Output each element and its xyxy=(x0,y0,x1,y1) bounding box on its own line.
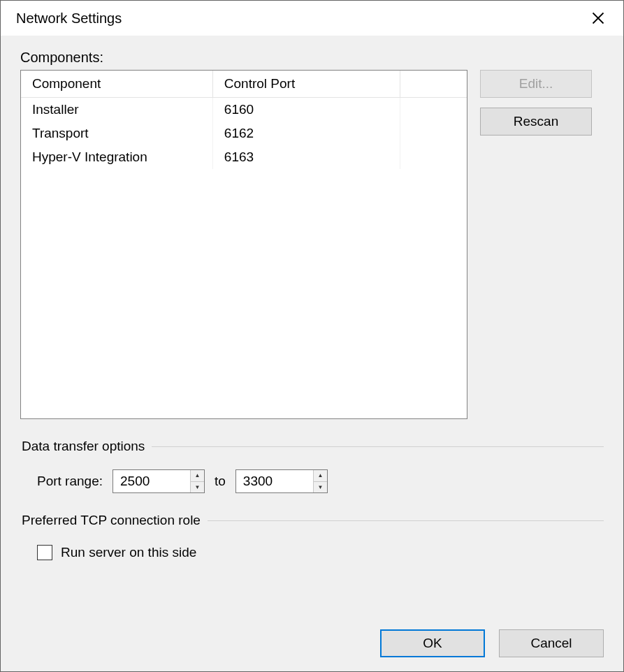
network-settings-dialog: Network Settings Components: Component C… xyxy=(0,0,624,672)
cell-component: Installer xyxy=(21,98,212,122)
spinner-up-icon[interactable]: ▲ xyxy=(314,470,327,481)
dialog-footer: OK Cancel xyxy=(20,613,604,657)
dialog-title: Network Settings xyxy=(16,10,122,27)
cell-component: Hyper-V Integration xyxy=(21,145,212,169)
components-table[interactable]: Component Control Port Installer6160Tran… xyxy=(20,70,467,419)
dialog-content: Components: Component Control Port Insta… xyxy=(1,36,623,671)
cell-port: 6162 xyxy=(212,122,400,145)
table-row[interactable]: Transport6162 xyxy=(21,122,467,145)
tcp-role-fieldset: Preferred TCP connection role Run server… xyxy=(20,513,604,560)
cell-port: 6160 xyxy=(212,98,400,122)
port-range-to-input[interactable] xyxy=(236,470,313,492)
close-icon xyxy=(592,12,604,24)
components-label: Components: xyxy=(20,50,604,66)
spinner-arrows: ▲ ▼ xyxy=(313,470,327,492)
run-server-label: Run server on this side xyxy=(61,545,196,560)
cell-port: 6163 xyxy=(212,145,400,169)
port-range-row: Port range: ▲ ▼ to ▲ ▼ xyxy=(20,469,604,493)
port-range-from-input[interactable] xyxy=(113,470,190,492)
edit-button[interactable]: Edit... xyxy=(480,70,592,98)
run-server-row: Run server on this side xyxy=(20,545,604,560)
spinner-down-icon[interactable]: ▼ xyxy=(314,481,327,493)
components-row: Component Control Port Installer6160Tran… xyxy=(20,70,604,419)
column-header-component[interactable]: Component xyxy=(21,71,212,98)
side-buttons: Edit... Rescan xyxy=(480,70,592,136)
table-row[interactable]: Hyper-V Integration6163 xyxy=(21,145,467,169)
port-range-label: Port range: xyxy=(37,474,103,489)
cancel-button[interactable]: Cancel xyxy=(499,629,604,657)
cell-blank xyxy=(400,98,467,122)
cell-blank xyxy=(400,145,467,169)
spinner-up-icon[interactable]: ▲ xyxy=(191,470,204,481)
port-range-to-label: to xyxy=(215,474,226,489)
rescan-button[interactable]: Rescan xyxy=(480,108,592,136)
titlebar: Network Settings xyxy=(1,1,623,36)
ok-button[interactable]: OK xyxy=(380,629,485,657)
port-range-from-spinner[interactable]: ▲ ▼ xyxy=(113,469,205,493)
cell-component: Transport xyxy=(21,122,212,145)
tcp-role-legend: Preferred TCP connection role xyxy=(20,513,208,528)
spinner-down-icon[interactable]: ▼ xyxy=(191,481,204,493)
run-server-checkbox[interactable] xyxy=(37,545,52,560)
data-transfer-legend: Data transfer options xyxy=(20,439,152,454)
port-range-to-spinner[interactable]: ▲ ▼ xyxy=(235,469,328,493)
cell-blank xyxy=(400,122,467,145)
table-row[interactable]: Installer6160 xyxy=(21,98,467,122)
data-transfer-fieldset: Data transfer options Port range: ▲ ▼ to… xyxy=(20,439,604,493)
column-header-blank[interactable] xyxy=(400,71,467,98)
spinner-arrows: ▲ ▼ xyxy=(190,470,204,492)
close-button[interactable] xyxy=(586,6,611,31)
column-header-port[interactable]: Control Port xyxy=(212,71,400,98)
